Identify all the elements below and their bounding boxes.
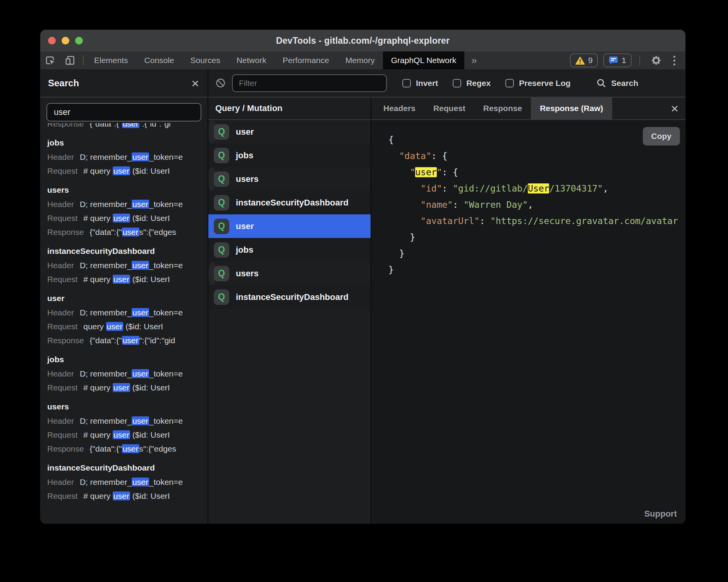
- checkbox-regex[interactable]: Regex: [453, 79, 491, 88]
- response-raw-view: Copy { "data": { "user": { "id": "gid://…: [371, 120, 685, 524]
- search-result-line[interactable]: Response{"data":{"users":{"edges: [47, 225, 208, 239]
- response-tab-response[interactable]: Response: [474, 98, 531, 119]
- search-result-line[interactable]: Request# query user ($id: UserI: [47, 381, 208, 395]
- query-item-label: users: [236, 269, 259, 279]
- search-match-highlight: user: [113, 275, 130, 284]
- checkbox-preserve-log[interactable]: Preserve Log: [505, 79, 570, 88]
- search-result-entry[interactable]: instanceSecurityDashboardHeaderD; rememb…: [47, 244, 208, 286]
- close-window-button[interactable]: [48, 37, 56, 45]
- result-line-label: Header: [47, 261, 74, 270]
- maximize-window-button[interactable]: [75, 37, 83, 45]
- query-item-label: instanceSecurityDashboard: [236, 198, 349, 208]
- query-list-item-instancesecuritydashboard[interactable]: QinstanceSecurityDashboard: [208, 191, 371, 214]
- result-line-label: Header: [47, 152, 74, 161]
- search-result-line[interactable]: Response{"data":{"user":{"id":"gid: [47, 334, 208, 347]
- search-result-entry[interactable]: usersHeaderD; remember_user_token=eReque…: [47, 399, 208, 456]
- tab-console[interactable]: Console: [136, 51, 182, 69]
- search-result-line[interactable]: Request# query user ($id: UserI: [47, 428, 208, 442]
- search-result-line[interactable]: Request# query user ($id: UserI: [47, 489, 208, 503]
- search-result-entry[interactable]: usersHeaderD; remember_user_token=eReque…: [47, 183, 208, 239]
- result-line-value: D; remember_user_token=e: [80, 308, 183, 317]
- checkbox-label-invert: Invert: [416, 79, 438, 88]
- search-result-line[interactable]: HeaderD; remember_user_token=e: [47, 475, 208, 489]
- tab-elements[interactable]: Elements: [86, 51, 136, 69]
- result-line-label: Header: [47, 308, 74, 317]
- search-result-entry[interactable]: jobsHeaderD; remember_user_token=eReques…: [47, 135, 208, 178]
- checkbox-box-invert[interactable]: [402, 79, 411, 87]
- search-result-line[interactable]: HeaderD; remember_user_token=e: [47, 197, 208, 211]
- json-line: "id": "gid://gitlab/User/13704317",: [388, 180, 685, 197]
- search-result-line[interactable]: Request# query user ($id: UserI: [47, 272, 208, 286]
- checkbox-invert[interactable]: Invert: [402, 79, 438, 88]
- search-result-line[interactable]: Request# query user ($id: UserI: [47, 164, 208, 178]
- tab-sources[interactable]: Sources: [182, 51, 228, 69]
- search-result-line[interactable]: HeaderD; remember_user_token=e: [47, 150, 208, 164]
- search-match-highlight: user: [113, 166, 130, 175]
- checkbox-box-preserve-log[interactable]: [505, 79, 514, 87]
- minimize-window-button[interactable]: [62, 37, 69, 45]
- result-line-label: Response: [47, 228, 84, 236]
- more-tabs-icon[interactable]: »: [464, 51, 484, 69]
- query-list-item-user[interactable]: Quser: [208, 120, 216, 144]
- result-line-value: D; remember_user_token=e: [80, 416, 183, 425]
- search-result-line[interactable]: Response{"data":{"user":{"id":"gi: [47, 123, 208, 131]
- search-result-line[interactable]: HeaderD; remember_user_token=e: [47, 306, 208, 320]
- kebab-menu-icon[interactable]: [670, 56, 679, 65]
- tab-graphql-network[interactable]: GraphQL Network: [383, 51, 464, 69]
- result-line-value: # query user ($id: UserI: [83, 491, 170, 500]
- search-results-list: Response{"data":{"user":{"id":"gijobsHea…: [40, 123, 208, 524]
- support-link[interactable]: Support: [644, 509, 677, 519]
- result-operation-name: jobs: [47, 352, 208, 367]
- search-result-line[interactable]: Requestquery user ($id: UserI: [47, 320, 208, 334]
- copy-button[interactable]: Copy: [643, 127, 680, 146]
- json-line: "user": {: [388, 164, 685, 180]
- query-list-item-user[interactable]: Quser: [208, 214, 371, 238]
- network-search-button[interactable]: Search: [596, 78, 638, 88]
- search-result-entry[interactable]: jobsHeaderD; remember_user_token=eReques…: [47, 352, 208, 395]
- close-response-panel-icon[interactable]: ×: [671, 102, 678, 115]
- window-title: DevTools - gitlab.com/-/graphql-explorer: [276, 36, 450, 46]
- search-input[interactable]: [46, 103, 201, 122]
- search-input-row: [40, 98, 208, 123]
- result-line-value: # query user ($id: UserI: [83, 214, 170, 223]
- search-result-line[interactable]: HeaderD; remember_user_token=e: [47, 367, 208, 381]
- tab-network[interactable]: Network: [228, 51, 275, 69]
- query-list-item-instancesecuritydashboard[interactable]: QinstanceSecurityDashboard: [208, 285, 371, 309]
- search-result-line[interactable]: HeaderD; remember_user_token=e: [47, 258, 208, 272]
- network-search-label: Search: [611, 79, 638, 88]
- result-line-label: Header: [47, 200, 74, 209]
- toolbar-divider: [639, 55, 640, 65]
- query-list-item-users[interactable]: Qusers: [208, 262, 216, 285]
- settings-gear-icon[interactable]: [648, 55, 664, 66]
- network-split: Query / Mutation QuserQjobsQusersQinstan…: [208, 98, 685, 524]
- clear-network-log-icon[interactable]: [215, 78, 226, 88]
- search-panel: Search × Response{"data":{"user":{"id":"…: [40, 69, 208, 524]
- query-type-badge: Q: [214, 171, 229, 187]
- search-result-line[interactable]: HeaderD; remember_user_token=e: [47, 414, 208, 428]
- search-match-highlight: user: [113, 383, 130, 392]
- device-toolbar-icon[interactable]: [60, 51, 81, 69]
- warnings-badge[interactable]: 9: [570, 53, 598, 67]
- query-list-item-jobs[interactable]: Qjobs: [208, 144, 371, 167]
- checkbox-box-regex[interactable]: [453, 79, 461, 87]
- response-tab-response-raw[interactable]: Response (Raw): [531, 98, 612, 119]
- search-match-highlight: user: [113, 430, 130, 439]
- issues-badge[interactable]: 1: [603, 53, 632, 67]
- query-list-item-users[interactable]: Qusers: [208, 167, 216, 191]
- close-search-panel-icon[interactable]: ×: [191, 77, 199, 90]
- search-match-highlight: user: [132, 369, 149, 378]
- result-line-label: Response: [47, 123, 84, 128]
- result-line-label: Request: [47, 322, 77, 331]
- tab-memory[interactable]: Memory: [337, 51, 383, 69]
- response-tab-request[interactable]: Request: [424, 98, 474, 119]
- search-result-line[interactable]: Response{"data":{"users":{"edges: [47, 442, 208, 456]
- tab-performance[interactable]: Performance: [275, 51, 337, 69]
- search-result-entry[interactable]: userHeaderD; remember_user_token=eReques…: [47, 291, 208, 347]
- search-result-line[interactable]: Request# query user ($id: UserI: [47, 211, 208, 225]
- inspect-element-icon[interactable]: [40, 51, 60, 69]
- result-line-value: # query user ($id: UserI: [83, 430, 170, 439]
- filter-input[interactable]: [232, 74, 387, 92]
- query-list-item-jobs[interactable]: Qjobs: [208, 238, 371, 262]
- response-tab-headers[interactable]: Headers: [374, 98, 424, 119]
- search-result-entry[interactable]: instanceSecurityDashboardHeaderD; rememb…: [47, 460, 208, 503]
